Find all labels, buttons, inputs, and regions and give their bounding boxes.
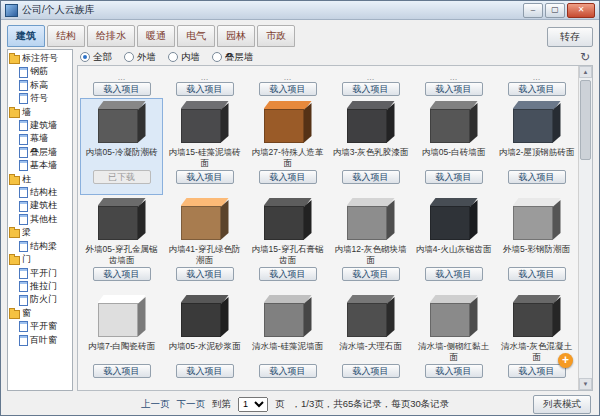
- load-project-button[interactable]: 载入项目: [508, 82, 566, 96]
- wall-card-partial[interactable]: …载入项目: [495, 66, 578, 98]
- tree-item[interactable]: 推拉门: [9, 280, 71, 293]
- wall-card[interactable]: 内墙12-灰色砌块墙面载入项目: [329, 195, 412, 292]
- tree-item[interactable]: 标注符号: [9, 52, 71, 65]
- wall-card-partial[interactable]: …载入项目: [329, 66, 412, 98]
- vertical-scrollbar[interactable]: ▲ ▼: [578, 66, 592, 390]
- prev-page-button[interactable]: 上一页: [141, 398, 170, 411]
- load-project-button[interactable]: 载入项目: [93, 364, 151, 378]
- scrollbar-thumb[interactable]: [580, 80, 591, 160]
- wall-card[interactable]: 内墙15-穿孔石膏锯齿面载入项目: [246, 195, 329, 292]
- tree-item[interactable]: 幕墙: [9, 132, 71, 145]
- refresh-icon[interactable]: ↻: [580, 50, 590, 64]
- load-project-button[interactable]: 载入项目: [176, 364, 234, 378]
- wall-card-partial[interactable]: …载入项目: [246, 66, 329, 98]
- thumb-top-face: [98, 101, 146, 109]
- wall-card[interactable]: 内墙05-白砖墙面载入项目: [412, 98, 495, 195]
- load-project-button[interactable]: 载入项目: [259, 170, 317, 184]
- wall-thumbnail: [511, 295, 563, 339]
- save-as-button[interactable]: 转存: [547, 27, 593, 47]
- load-project-button[interactable]: 载入项目: [93, 82, 151, 96]
- tree-item[interactable]: 平开窗: [9, 320, 71, 333]
- tree-item[interactable]: 梁: [9, 226, 71, 239]
- page-number-select[interactable]: 1: [238, 397, 268, 412]
- wall-card[interactable]: 外墙5-彩钢防潮面载入项目: [495, 195, 578, 292]
- titlebar[interactable]: 公司/个人云族库 – ▢ ✕: [1, 1, 599, 20]
- wall-card-partial[interactable]: …载入项目: [80, 66, 163, 98]
- load-project-button[interactable]: 载入项目: [259, 267, 317, 281]
- load-project-button[interactable]: 载入项目: [425, 364, 483, 378]
- wall-card[interactable]: 外墙05-穿孔金属锯齿墙面载入项目: [80, 195, 163, 292]
- tree-item[interactable]: 窗: [9, 307, 71, 320]
- wall-card[interactable]: 内墙05-水泥砂浆面载入项目: [163, 292, 246, 389]
- wall-card[interactable]: 内墙2-屋顶钢筋砖面载入项目: [495, 98, 578, 195]
- load-project-button[interactable]: 载入项目: [176, 170, 234, 184]
- filter-radio[interactable]: 全部: [80, 51, 112, 64]
- tab-item[interactable]: 建筑: [7, 25, 45, 47]
- tree-item-label: 建筑墙: [30, 119, 57, 132]
- load-project-button[interactable]: 载入项目: [425, 82, 483, 96]
- minimize-button[interactable]: –: [523, 3, 543, 18]
- tree-item[interactable]: 标高: [9, 79, 71, 92]
- load-project-button[interactable]: 载入项目: [93, 267, 151, 281]
- wall-card[interactable]: 清水墙-硅藻泥墙面载入项目: [246, 292, 329, 389]
- tab-item[interactable]: 给排水: [87, 25, 135, 47]
- load-project-button[interactable]: 载入项目: [176, 82, 234, 96]
- tree-item[interactable]: 结构柱: [9, 186, 71, 199]
- wall-card[interactable]: 内墙27-特殊人造革面载入项目: [246, 98, 329, 195]
- load-project-button[interactable]: 载入项目: [342, 82, 400, 96]
- load-project-button[interactable]: 载入项目: [176, 267, 234, 281]
- wall-card[interactable]: 清水墙-大理石面载入项目: [329, 292, 412, 389]
- load-project-button[interactable]: 载入项目: [508, 267, 566, 281]
- tree-item[interactable]: 基本墙: [9, 159, 71, 172]
- tree-item[interactable]: 百叶窗: [9, 334, 71, 347]
- filter-radio[interactable]: 外墙: [124, 51, 156, 64]
- load-project-button[interactable]: 载入项目: [425, 170, 483, 184]
- wall-card[interactable]: 清水墙-侧砌红黏土面载入项目: [412, 292, 495, 389]
- tree-item[interactable]: 柱: [9, 173, 71, 186]
- tree-item-label: 窗: [22, 307, 31, 320]
- wall-card[interactable]: 清水墙-灰色混凝土面载入项目: [495, 292, 578, 389]
- tab-item[interactable]: 暖通: [137, 25, 175, 47]
- load-project-button[interactable]: 载入项目: [508, 364, 566, 378]
- maximize-button[interactable]: ▢: [545, 3, 565, 18]
- load-project-button[interactable]: 载入项目: [342, 364, 400, 378]
- tree-item[interactable]: 平开门: [9, 267, 71, 280]
- tree-item[interactable]: 防火门: [9, 293, 71, 306]
- load-project-button[interactable]: 载入项目: [259, 82, 317, 96]
- close-button[interactable]: ✕: [567, 3, 595, 18]
- tree-item[interactable]: 钢筋: [9, 65, 71, 78]
- load-project-button[interactable]: 载入项目: [508, 170, 566, 184]
- tree-item[interactable]: 叠层墙: [9, 146, 71, 159]
- wall-card-partial[interactable]: …载入项目: [163, 66, 246, 98]
- load-project-button[interactable]: 载入项目: [342, 267, 400, 281]
- load-project-button[interactable]: 载入项目: [342, 170, 400, 184]
- tab-item[interactable]: 结构: [47, 25, 85, 47]
- load-project-button[interactable]: 载入项目: [425, 267, 483, 281]
- add-button[interactable]: +: [558, 353, 573, 368]
- load-project-button[interactable]: 载入项目: [259, 364, 317, 378]
- list-mode-button[interactable]: 列表模式: [533, 395, 591, 414]
- wall-card[interactable]: 内墙4-火山灰锯齿面载入项目: [412, 195, 495, 292]
- filter-radio[interactable]: 内墙: [168, 51, 200, 64]
- tab-item[interactable]: 园林: [217, 25, 255, 47]
- scroll-up-icon[interactable]: ▲: [579, 66, 592, 78]
- wall-card[interactable]: 内墙3-灰色乳胶漆面载入项目: [329, 98, 412, 195]
- tree-item[interactable]: 门: [9, 253, 71, 266]
- filter-radio[interactable]: 叠层墙: [212, 51, 254, 64]
- tree-item[interactable]: 符号: [9, 92, 71, 105]
- wall-card-partial[interactable]: …载入项目: [412, 66, 495, 98]
- wall-card[interactable]: 内墙41-穿孔绿色防潮面载入项目: [163, 195, 246, 292]
- wall-card[interactable]: 内墙7-白陶瓷砖面载入项目: [80, 292, 163, 389]
- tree-item-label: 结构柱: [30, 186, 57, 199]
- tree-item[interactable]: 建筑柱: [9, 199, 71, 212]
- tab-item[interactable]: 市政: [257, 25, 295, 47]
- wall-card[interactable]: 内墙15-硅藻泥墙砖面载入项目: [163, 98, 246, 195]
- next-page-button[interactable]: 下一页: [177, 398, 206, 411]
- scroll-down-icon[interactable]: ▼: [579, 378, 592, 390]
- tree-item[interactable]: 墙: [9, 106, 71, 119]
- wall-card[interactable]: 内墙05-冷凝防潮砖已下载: [80, 98, 163, 195]
- tab-item[interactable]: 电气: [177, 25, 215, 47]
- tree-item[interactable]: 其他柱: [9, 213, 71, 226]
- tree-item[interactable]: 建筑墙: [9, 119, 71, 132]
- tree-item[interactable]: 结构梁: [9, 240, 71, 253]
